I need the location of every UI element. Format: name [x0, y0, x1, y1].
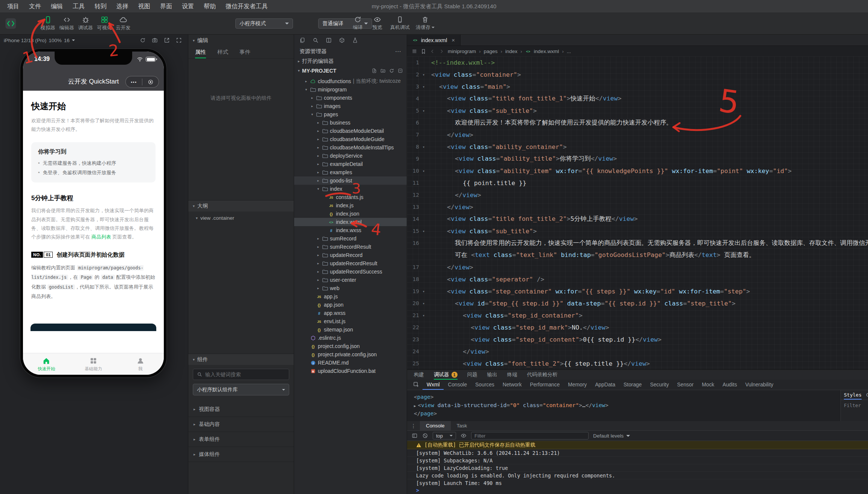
panel-tab-终端[interactable]: 终端 — [507, 370, 517, 380]
refresh-icon[interactable] — [389, 68, 394, 73]
hamburger-icon[interactable] — [412, 49, 417, 54]
rotate-icon[interactable] — [140, 37, 146, 43]
editor-tab-index-wxml[interactable]: <> index.wxml × — [407, 35, 461, 46]
code-line[interactable]: 22<view class="step_id_mark">NO.</view> — [407, 321, 868, 333]
tree-item-examples[interactable]: ▸examples — [294, 168, 407, 176]
more-dots-icon[interactable]: ••• — [126, 80, 142, 84]
breadcrumb-item-index.wxml[interactable]: index.wxml — [534, 49, 559, 54]
popout-icon[interactable] — [164, 37, 170, 43]
code-line[interactable]: 19▾<view class="step_container" wx:for="… — [407, 285, 868, 297]
log-levels-select[interactable]: Default levels — [593, 433, 630, 439]
new-file-icon[interactable] — [372, 68, 377, 73]
nav-back-icon[interactable] — [430, 49, 435, 54]
close-icon[interactable]: × — [452, 37, 455, 43]
code-line[interactable]: 8▾<view class="ability_container"> — [407, 141, 868, 153]
tree-item-README.md[interactable]: iREADME.md — [294, 359, 407, 367]
code-line[interactable]: 2▾<view class="container"> — [407, 68, 868, 81]
code-line[interactable]: 11{{ point.title }} — [407, 177, 868, 189]
code-line[interactable]: 16我们将会使用常用的云开发能力，快速实现一个简单的商品列表页面。无需购买服务器… — [407, 237, 868, 249]
devtools-tab-Audits[interactable]: Audits — [719, 380, 741, 390]
collapse-icon[interactable] — [398, 68, 403, 73]
bookmark-icon[interactable] — [421, 49, 426, 54]
devtools-tab-Storage[interactable]: Storage — [619, 380, 646, 390]
mode-select[interactable]: 小程序模式 — [235, 18, 293, 29]
component-library-select[interactable]: 小程序默认组件库 — [193, 384, 289, 395]
tree-item-updateRecordSuccess[interactable]: ▸updateRecordSuccess — [294, 268, 407, 276]
tree-item-updateRecordResult[interactable]: ▸updateRecordResult — [294, 259, 407, 268]
breadcrumb-item-pages[interactable]: pages — [484, 49, 498, 54]
devtools-tab-Security[interactable]: Security — [646, 380, 673, 390]
component-group-视图容器[interactable]: ▸视图容器 — [188, 402, 294, 417]
fold-icon[interactable]: ▾ — [419, 169, 428, 173]
tree-item-images[interactable]: ▸images — [294, 102, 407, 110]
panel-tab-代码依赖分析[interactable]: 代码依赖分析 — [527, 370, 558, 380]
flask-icon[interactable] — [352, 37, 358, 43]
tree-item-updateRecord[interactable]: ▸updateRecord — [294, 251, 407, 259]
tree-item-uploadCloudFunction.bat[interactable]: BuploadCloudFunction.bat — [294, 367, 407, 375]
toolbar-action-真机调试[interactable]: 真机调试 — [389, 15, 411, 31]
capsule-menu[interactable]: ••• — [125, 76, 159, 88]
devtools-tab-Vulnerability[interactable]: Vulnerability — [741, 380, 778, 390]
wxml-node[interactable]: <page> — [407, 393, 868, 401]
panel-tab-构建[interactable]: 构建 — [414, 370, 424, 380]
component-group-表单组件[interactable]: ▸表单组件 — [188, 432, 294, 447]
tree-item-app.wxss[interactable]: #app.wxss — [294, 309, 407, 317]
code-line[interactable]: 6欢迎使用云开发！本页将带你了解如何使用云开发提供的能力快速开发小程序。 — [407, 117, 868, 129]
toolbar-action-清缓存[interactable]: 清缓存 — [414, 15, 436, 31]
tree-item-constants.js[interactable]: JSconstants.js — [294, 193, 407, 201]
tree-item-index.js[interactable]: JSindex.js — [294, 201, 407, 210]
outline-node-view-container[interactable]: ▾ view .container — [188, 213, 294, 223]
styles-tab[interactable]: Styles — [844, 390, 862, 400]
open-editors-row[interactable]: ▸ 打开的编辑器 — [294, 56, 407, 66]
tree-item-envList.js[interactable]: JSenvList.js — [294, 317, 407, 325]
menu-item-微信开发者工具[interactable]: 微信开发者工具 — [221, 0, 273, 12]
nav-forward-icon[interactable] — [439, 49, 444, 54]
computed-tab[interactable]: Co — [866, 390, 868, 400]
menu-item-界面[interactable]: 界面 — [155, 0, 177, 12]
tab-bar-item-我[interactable]: 我 — [117, 353, 164, 375]
code-line[interactable]: 5▾<view class="sub_title"> — [407, 105, 868, 117]
menu-item-工具[interactable]: 工具 — [68, 0, 90, 12]
fold-icon[interactable]: ▾ — [419, 289, 428, 293]
tree-item-index.json[interactable]: {}index.json — [294, 210, 407, 218]
project-root-row[interactable]: ▾ MY-PROJECT — [294, 66, 407, 75]
devtools-tab-Console[interactable]: Console — [444, 380, 471, 390]
tree-item-project.config.json[interactable]: {}project.config.json — [294, 342, 407, 350]
code-line[interactable]: 15▾<view class="sub_title"> — [407, 225, 868, 237]
tree-item-web[interactable]: ▸web — [294, 284, 407, 292]
expand-arrow-icon[interactable]: ▶ — [414, 404, 416, 408]
code-line[interactable]: 17</view> — [407, 261, 868, 273]
code-line[interactable]: 1<!--index.wxml--> — [407, 56, 868, 68]
split-icon[interactable] — [326, 37, 332, 43]
tab-bar-item-基础能力[interactable]: 基础能力 — [70, 353, 117, 375]
inspect-element-icon[interactable] — [413, 382, 420, 388]
menu-item-选择[interactable]: 选择 — [111, 0, 133, 12]
tree-item-pages[interactable]: ▾pages — [294, 110, 407, 119]
tree-item-user-center[interactable]: ▸user-center — [294, 276, 407, 284]
close-target-icon[interactable] — [148, 79, 154, 85]
code-editor[interactable]: 1<!--index.wxml-->2▾<view class="contain… — [407, 56, 868, 369]
tree-item-components[interactable]: ▸components — [294, 94, 407, 102]
code-line[interactable]: 3▾<view class="main"> — [407, 81, 868, 93]
screenshot-icon[interactable] — [152, 37, 158, 43]
devtools-tab-Sources[interactable]: Sources — [471, 380, 499, 390]
inspector-header[interactable]: ▾ 编辑 — [188, 35, 294, 46]
panel-tab-输出[interactable]: 输出 — [487, 370, 497, 380]
files-icon[interactable] — [299, 37, 305, 43]
code-line[interactable]: 14<view class="title font_title_2">5分钟上手… — [407, 213, 868, 225]
tree-item-sumRecordResult[interactable]: ▸sumRecordResult — [294, 243, 407, 251]
toolbar-action-编译[interactable]: 编译 — [349, 15, 366, 31]
menu-item-视图[interactable]: 视图 — [133, 0, 155, 12]
toolbar-button-调试器[interactable]: 调试器 — [76, 15, 95, 31]
tree-item-business[interactable]: ▸business — [294, 119, 407, 127]
menu-item-项目[interactable]: 项目 — [2, 0, 24, 12]
kebab-menu-icon[interactable]: ⋮ — [407, 423, 420, 429]
code-line[interactable]: 24</view> — [407, 345, 868, 357]
console-tab-Console[interactable]: Console — [420, 421, 451, 430]
goods-list-link[interactable]: 商品列表 — [92, 234, 111, 240]
code-line[interactable]: 7</view> — [407, 129, 868, 141]
devtools-tab-AppData[interactable]: AppData — [591, 380, 619, 390]
toolbar-button-可视化[interactable]: 可视化 — [95, 15, 114, 31]
component-search-input[interactable] — [205, 372, 285, 377]
fold-icon[interactable]: ▾ — [419, 145, 428, 149]
